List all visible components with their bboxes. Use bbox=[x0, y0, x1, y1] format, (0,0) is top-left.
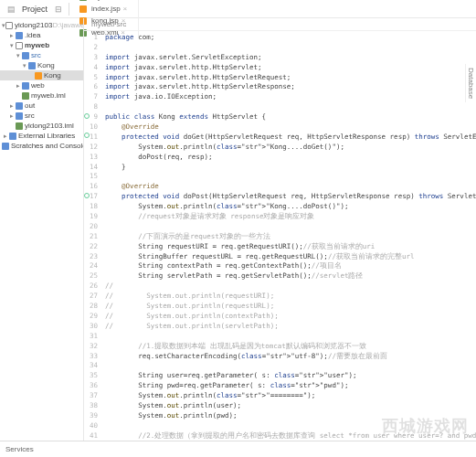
project-label[interactable]: Project bbox=[22, 5, 48, 14]
expand-arrow-icon[interactable]: ▾ bbox=[21, 62, 28, 69]
editor-tab[interactable]: index.jsp× bbox=[74, 3, 139, 15]
code-line[interactable]: //下面演示的是request对象的一些方法 bbox=[103, 232, 476, 242]
file-type-icon bbox=[79, 5, 87, 13]
tree-label: src bbox=[31, 51, 41, 59]
tree-node[interactable]: Scratches and Consoles bbox=[0, 141, 83, 151]
code-line[interactable]: package com; bbox=[103, 33, 476, 43]
code-editor[interactable]: package com;import javax.servlet.Servlet… bbox=[103, 31, 476, 441]
tree-node[interactable]: ▾Kong bbox=[0, 60, 83, 70]
services-tool-tab[interactable]: Services bbox=[5, 445, 34, 453]
tree-node[interactable]: ▾src bbox=[0, 50, 83, 60]
file-icon bbox=[28, 62, 36, 69]
code-line[interactable]: String pwd=req.getParameter( s: class="s… bbox=[103, 381, 476, 391]
status-bar: Services bbox=[0, 441, 476, 457]
database-tool-tab[interactable]: Database bbox=[465, 64, 476, 102]
file-icon bbox=[16, 32, 23, 39]
file-icon bbox=[22, 82, 29, 90]
code-line[interactable]: } bbox=[103, 163, 476, 173]
code-line[interactable]: // System.out.println(contextPath); bbox=[103, 312, 476, 322]
tree-node[interactable]: ▸web bbox=[0, 80, 83, 90]
code-line[interactable]: //request对象是请求对象 response对象是响应对象 bbox=[103, 212, 476, 222]
code-line[interactable] bbox=[103, 43, 476, 53]
expand-arrow-icon[interactable]: ▸ bbox=[2, 133, 9, 140]
code-line[interactable]: System.out.println(user); bbox=[103, 401, 476, 411]
tree-node[interactable]: myweb.iml bbox=[0, 90, 83, 101]
code-line[interactable]: public class Kong extends HttpServlet { bbox=[103, 112, 476, 122]
file-icon bbox=[22, 92, 29, 100]
tree-node[interactable]: ▾myweb bbox=[0, 40, 83, 50]
tree-label: myweb bbox=[25, 41, 49, 49]
code-line[interactable]: String contextPath = req.getContextPath(… bbox=[103, 261, 476, 271]
code-line[interactable]: System.out.println(class="str">"Kong....… bbox=[103, 202, 476, 212]
file-icon bbox=[35, 72, 42, 80]
file-icon bbox=[2, 143, 9, 150]
tree-label: myweb.iml bbox=[31, 91, 66, 100]
code-line[interactable]: String servletPath = req.getServletPath(… bbox=[103, 271, 476, 282]
file-icon bbox=[16, 102, 23, 110]
code-line[interactable]: protected void doGet(HttpServletRequest … bbox=[103, 133, 476, 143]
code-line[interactable] bbox=[103, 102, 476, 112]
code-line[interactable] bbox=[103, 332, 476, 342]
code-line[interactable] bbox=[103, 222, 476, 232]
tree-label: yidong2103.iml bbox=[25, 122, 74, 130]
close-icon[interactable]: × bbox=[129, 0, 133, 1]
file-icon bbox=[5, 22, 13, 29]
code-line[interactable]: String user=req.getParameter( s: class="… bbox=[103, 371, 476, 381]
code-line[interactable]: // System.out.println(requestURI); bbox=[103, 292, 476, 302]
tree-node[interactable]: ▸src bbox=[0, 111, 83, 121]
expand-arrow-icon[interactable]: ▸ bbox=[15, 82, 22, 90]
code-line[interactable]: import javax.servlet.http.HttpServletReq… bbox=[103, 73, 476, 83]
close-icon[interactable]: × bbox=[123, 5, 128, 13]
code-line[interactable]: System.out.println(class="str">"Kong....… bbox=[103, 143, 476, 153]
code-line[interactable]: doPost(req, resp); bbox=[103, 153, 476, 163]
file-icon bbox=[16, 112, 23, 120]
code-line[interactable]: StringBuffer requestURL = req.getRequest… bbox=[103, 252, 476, 262]
expand-arrow-icon[interactable]: ▾ bbox=[8, 42, 16, 49]
code-line[interactable]: // bbox=[103, 282, 476, 292]
tree-label: yidong2103 bbox=[15, 21, 52, 29]
collapse-icon[interactable]: ⊟ bbox=[53, 4, 64, 15]
code-line[interactable]: // System.out.println(requestURL); bbox=[103, 302, 476, 312]
code-line[interactable]: @Override bbox=[103, 122, 476, 133]
code-line[interactable]: import java.io.IOException; bbox=[103, 92, 476, 102]
code-line[interactable]: req.setCharacterEncoding(class="str">"ut… bbox=[103, 352, 476, 362]
tree-node[interactable]: ▸out bbox=[0, 101, 83, 111]
code-line[interactable]: protected void doPost(HttpServletRequest… bbox=[103, 192, 476, 202]
watermark: 西城游戏网 bbox=[382, 415, 469, 437]
expand-arrow-icon[interactable]: ▸ bbox=[8, 112, 16, 120]
tree-node[interactable]: Kong bbox=[0, 70, 83, 80]
line-number-gutter: 1234567891011121314151617181920212223242… bbox=[90, 31, 103, 441]
breadcrumb[interactable]: myweb src bbox=[84, 18, 476, 31]
tree-label: .idea bbox=[25, 31, 40, 39]
code-line[interactable]: //1.提取数据到本端 出现乱码是因为tomcat默认编码和浏览器不一致 bbox=[103, 342, 476, 352]
code-line[interactable] bbox=[103, 361, 476, 371]
tab-label: myweb.iml bbox=[91, 0, 126, 1]
file-icon bbox=[16, 122, 23, 130]
code-line[interactable]: @Override bbox=[103, 182, 476, 192]
code-line[interactable]: import javax.servlet.http.HttpServlet; bbox=[103, 63, 476, 73]
file-icon bbox=[16, 42, 23, 49]
code-line[interactable] bbox=[103, 172, 476, 182]
tree-label: Kong bbox=[44, 71, 61, 80]
code-line[interactable]: import javax.servlet.http.HttpServletRes… bbox=[103, 82, 476, 92]
tree-label: Scratches and Consoles bbox=[11, 142, 84, 150]
code-line[interactable]: // System.out.println(servletPath); bbox=[103, 322, 476, 332]
project-icon[interactable]: ▤ bbox=[5, 4, 16, 15]
tree-node[interactable]: yidong2103.iml bbox=[0, 121, 83, 131]
code-line[interactable]: System.out.println(class="str">"========… bbox=[103, 391, 476, 401]
file-icon bbox=[9, 133, 16, 140]
project-tree[interactable]: ▾yidong2103 D:\javaweb\WebTrainings\▸.id… bbox=[0, 18, 84, 441]
expand-arrow-icon[interactable]: ▸ bbox=[8, 32, 16, 39]
tree-node[interactable]: ▸External Libraries bbox=[0, 131, 83, 141]
code-line[interactable]: import javax.servlet.ServletException; bbox=[103, 53, 476, 63]
expand-arrow-icon[interactable]: ▸ bbox=[8, 102, 16, 110]
tree-label: Kong bbox=[37, 61, 55, 69]
tree-label: web bbox=[31, 81, 45, 90]
expand-arrow-icon[interactable]: ▾ bbox=[15, 52, 22, 59]
tree-node[interactable]: ▾yidong2103 D:\javaweb\WebTrainings\ bbox=[0, 20, 83, 30]
editor-tab-bar: ▤ Project ⊟ Kong.java×myweb.iml×index.js… bbox=[0, 0, 476, 18]
tree-label: External Libraries bbox=[18, 132, 75, 140]
code-line[interactable]: String requestURI = req.getRequestURI();… bbox=[103, 242, 476, 252]
tree-label: out bbox=[25, 101, 35, 110]
tree-node[interactable]: ▸.idea bbox=[0, 30, 83, 40]
